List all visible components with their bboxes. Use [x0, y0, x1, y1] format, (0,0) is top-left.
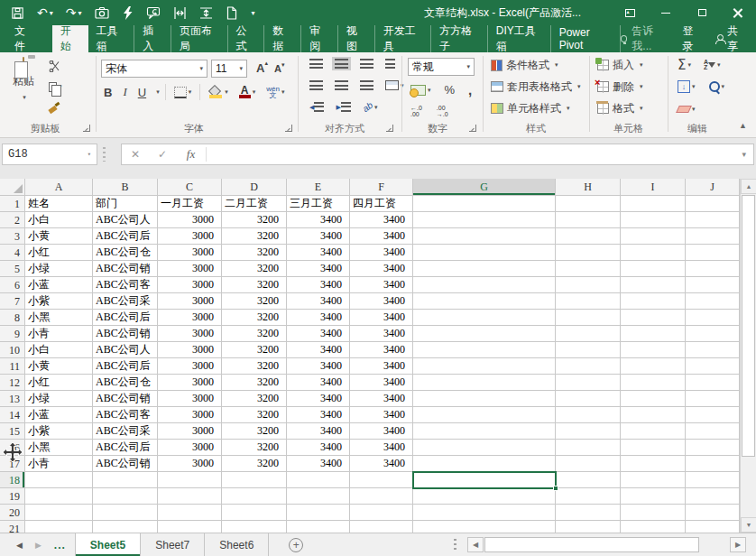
cell-A16[interactable]: 小黑: [25, 440, 93, 456]
cell-G1[interactable]: [413, 196, 556, 212]
expand-formula-bar-icon[interactable]: ▾: [742, 150, 753, 159]
cell-F21[interactable]: [350, 521, 413, 533]
cell-H8[interactable]: [556, 310, 621, 326]
align-top-button[interactable]: [307, 57, 326, 70]
cell-B4[interactable]: ABC公司仓: [93, 245, 158, 261]
cell-D19[interactable]: [222, 488, 287, 505]
format-as-table-button[interactable]: 套用表格格式▾: [491, 78, 581, 96]
undo-button[interactable]: ↶▾: [37, 6, 53, 19]
cell-C14[interactable]: 3000: [158, 407, 222, 423]
align-middle-button[interactable]: [332, 57, 351, 70]
scroll-left-arrow[interactable]: ◀: [467, 537, 484, 552]
row-header-13[interactable]: 13: [0, 391, 25, 407]
ribbon-tab-8[interactable]: 视图: [338, 25, 375, 52]
alignment-dialog-launcher[interactable]: [386, 125, 393, 132]
cell-D12[interactable]: 3200: [222, 375, 287, 391]
cell-A8[interactable]: 小黑: [25, 310, 93, 326]
cell-F7[interactable]: 3400: [350, 293, 413, 310]
align-left-button[interactable]: [307, 79, 326, 92]
prev-sheet-arrow[interactable]: ◀: [16, 541, 23, 550]
cell-H18[interactable]: [556, 472, 621, 488]
cell-E18[interactable]: [287, 472, 350, 488]
close-button[interactable]: [720, 0, 756, 25]
camera-icon[interactable]: [95, 6, 109, 19]
hscroll-splitter[interactable]: [454, 539, 456, 551]
cell-I3[interactable]: [621, 228, 686, 245]
cell-H19[interactable]: [556, 488, 621, 505]
cell-I4[interactable]: [621, 245, 686, 261]
cell-J12[interactable]: [686, 375, 740, 391]
fill-color-button[interactable]: ▾: [206, 84, 231, 100]
cell-B3[interactable]: ABC公司后: [93, 228, 158, 245]
cell-F5[interactable]: 3400: [350, 261, 413, 277]
comment-icon[interactable]: [146, 6, 161, 20]
cell-F3[interactable]: 3400: [350, 228, 413, 245]
cell-I12[interactable]: [621, 375, 686, 391]
cell-I15[interactable]: [621, 423, 686, 440]
cell-I2[interactable]: [621, 212, 686, 228]
row-header-6[interactable]: 6: [0, 277, 25, 293]
cell-D21[interactable]: [222, 521, 287, 533]
cell-C7[interactable]: 3000: [158, 293, 222, 310]
cell-D6[interactable]: 3200: [222, 277, 287, 293]
cell-F10[interactable]: 3400: [350, 342, 413, 358]
cell-C1[interactable]: 一月工资: [158, 196, 222, 212]
cell-H1[interactable]: [556, 196, 621, 212]
cell-C19[interactable]: [158, 488, 222, 505]
cell-F8[interactable]: 3400: [350, 310, 413, 326]
row-header-4[interactable]: 4: [0, 245, 25, 261]
cell-D8[interactable]: 3200: [222, 310, 287, 326]
cell-I7[interactable]: [621, 293, 686, 310]
cell-E21[interactable]: [287, 521, 350, 533]
save-icon[interactable]: [11, 6, 24, 20]
decrease-font-size-button[interactable]: A▾: [274, 63, 281, 74]
font-name-select[interactable]: 宋体▾: [101, 60, 207, 78]
customize-qat-icon[interactable]: ▾: [252, 9, 255, 17]
cell-J10[interactable]: [686, 342, 740, 358]
cell-J17[interactable]: [686, 456, 740, 472]
maximize-button[interactable]: [684, 0, 720, 25]
cell-styles-button[interactable]: 单元格样式▾: [491, 99, 570, 117]
cell-A7[interactable]: 小紫: [25, 293, 93, 310]
share-button[interactable]: 共享: [715, 23, 747, 54]
merge-center-button[interactable]: ▾: [383, 79, 407, 92]
cell-J7[interactable]: [686, 293, 740, 310]
cut-button[interactable]: [49, 58, 62, 74]
cell-F15[interactable]: 3400: [350, 423, 413, 440]
cell-C4[interactable]: 3000: [158, 245, 222, 261]
collapse-ribbon-icon[interactable]: ▲: [739, 121, 747, 130]
decrease-indent-button[interactable]: ◀: [307, 100, 327, 114]
percent-style-button[interactable]: %: [442, 81, 458, 98]
column-header-G[interactable]: G: [413, 179, 556, 196]
row-header-20[interactable]: 20: [0, 505, 25, 521]
cell-J19[interactable]: [686, 488, 740, 505]
cell-A18[interactable]: [25, 472, 93, 488]
sheet-tab-sheet5[interactable]: Sheet5: [75, 533, 141, 556]
copy-button[interactable]: ▾: [49, 79, 62, 95]
cell-D20[interactable]: [222, 505, 287, 521]
cell-B8[interactable]: ABC公司后: [93, 310, 158, 326]
sort-filter-button[interactable]: AZ▾: [701, 58, 724, 72]
ribbon-tab-12[interactable]: Power Pivot: [551, 25, 621, 52]
clipboard-dialog-launcher[interactable]: [83, 125, 90, 132]
cell-E14[interactable]: 3400: [287, 407, 350, 423]
cell-J8[interactable]: [686, 310, 740, 326]
column-header-J[interactable]: J: [686, 179, 740, 196]
redo-button[interactable]: ↷▾: [66, 6, 82, 19]
vertical-scrollbar[interactable]: ▲ ▼: [740, 179, 756, 533]
row-header-16[interactable]: 16: [0, 440, 25, 456]
cell-F16[interactable]: 3400: [350, 440, 413, 456]
scroll-down-arrow[interactable]: ▼: [741, 517, 756, 533]
cell-H15[interactable]: [556, 423, 621, 440]
conditional-formatting-button[interactable]: 条件格式▾: [491, 56, 558, 74]
cell-A1[interactable]: 姓名: [25, 196, 93, 212]
cell-B11[interactable]: ABC公司后: [93, 358, 158, 375]
cell-C11[interactable]: 3000: [158, 358, 222, 375]
ribbon-display-options-button[interactable]: [612, 0, 648, 25]
row-header-11[interactable]: 11: [0, 358, 25, 375]
column-header-A[interactable]: A: [25, 179, 93, 196]
cell-C12[interactable]: 3000: [158, 375, 222, 391]
column-header-H[interactable]: H: [556, 179, 621, 196]
cell-J14[interactable]: [686, 407, 740, 423]
align-bottom-button[interactable]: [357, 57, 376, 70]
